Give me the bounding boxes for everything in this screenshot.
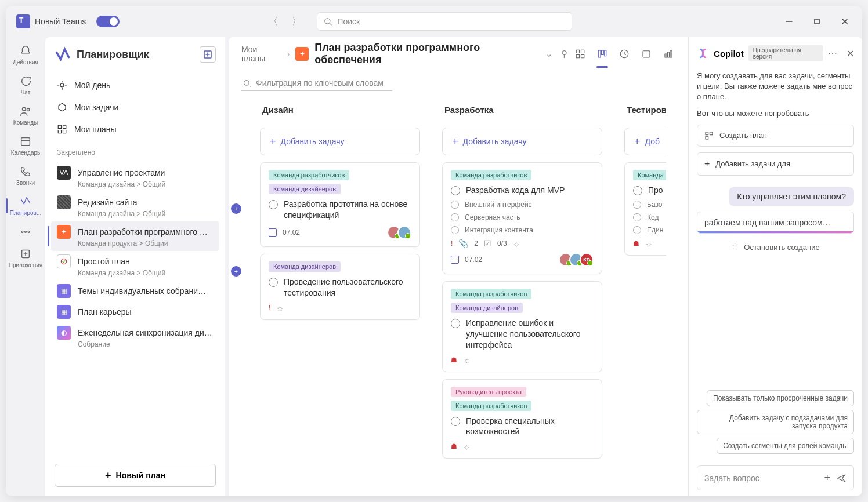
close-icon[interactable]: ✕: [847, 48, 854, 59]
svg-point-19: [60, 83, 64, 87]
svg-rect-27: [63, 130, 66, 133]
svg-rect-25: [63, 125, 66, 128]
calendar-icon: [269, 228, 277, 237]
sun-icon: ☼: [463, 442, 471, 451]
view-charts-icon[interactable]: [661, 47, 675, 61]
column-title[interactable]: Тестирован: [614, 99, 666, 121]
search-input[interactable]: Поиск: [317, 12, 572, 31]
pinned-plan-4[interactable]: ▦Темы индивидуальных собрани…: [51, 281, 219, 301]
nav-back-icon[interactable]: 〈: [265, 13, 282, 30]
copilot-option-create-plan[interactable]: Создать план: [697, 125, 854, 147]
pinned-plan-5[interactable]: ▦План карьеры: [51, 301, 219, 322]
rail-more[interactable]: [8, 221, 43, 242]
task-checkbox[interactable]: [633, 186, 642, 195]
suggestion-chip[interactable]: Добавить задачу с подзадачами для запуск…: [697, 410, 854, 434]
svg-rect-45: [710, 132, 713, 135]
task-checkbox[interactable]: [269, 278, 278, 287]
rail-apps[interactable]: Приложения: [8, 243, 43, 272]
svg-point-10: [21, 231, 23, 233]
subtask-checkbox[interactable]: [451, 201, 459, 209]
pin-icon[interactable]: ⚲: [561, 49, 567, 59]
view-board-icon[interactable]: [595, 47, 609, 61]
rail-calendar[interactable]: Календарь: [8, 131, 43, 160]
breadcrumb: Мои планы › ✦ План разработки программно…: [229, 37, 688, 71]
task-card[interactable]: Команда дизайнеров Проведение пользовате…: [260, 254, 420, 320]
pinned-plan-2[interactable]: ✦План разработки программного …Команда п…: [51, 221, 219, 251]
breadcrumb-root[interactable]: Мои планы: [241, 45, 281, 63]
nav-forward-icon[interactable]: 〉: [288, 13, 305, 30]
new-plan-button[interactable]: +Новый план: [55, 464, 216, 487]
avatar[interactable]: [397, 225, 411, 239]
rail-activity[interactable]: Действия: [8, 41, 43, 70]
task-card[interactable]: Команда разработчиковКоманда дизайнеров …: [442, 281, 602, 372]
subtask-checkbox[interactable]: [633, 201, 641, 209]
search-icon: [243, 79, 251, 88]
copilot-working: работаем над вашим запросом…: [697, 212, 854, 234]
urgent-icon: !: [451, 239, 453, 248]
plan-icon: VA: [57, 166, 71, 180]
column-testing: Тестирован +Доб Команда Про Базо Код Еди…: [614, 99, 666, 490]
add-card-badge-icon[interactable]: +: [231, 203, 241, 214]
subtask-checkbox[interactable]: [451, 213, 459, 221]
svg-rect-8: [21, 138, 30, 146]
svg-rect-39: [665, 54, 667, 57]
task-card[interactable]: Руководитель проектаКоманда разработчико…: [442, 379, 602, 459]
chevron-down-icon[interactable]: ⌄: [545, 49, 553, 59]
plan-icon: ✦: [295, 47, 309, 61]
plan-icon: ✦: [57, 225, 71, 239]
sidebar-new-button[interactable]: [200, 46, 216, 63]
column-title[interactable]: Дизайн: [249, 99, 424, 121]
copilot-option-add-tasks[interactable]: +Добавить задачи для: [697, 152, 854, 176]
task-checkbox[interactable]: [451, 186, 460, 195]
add-card-badge-icon[interactable]: +: [231, 266, 241, 277]
sidebar-my-plans[interactable]: Мои планы: [51, 118, 219, 140]
rail-calls[interactable]: Звонки: [8, 161, 43, 190]
plus-icon[interactable]: +: [824, 472, 830, 484]
task-checkbox[interactable]: [451, 417, 460, 426]
subtask-checkbox[interactable]: [451, 226, 459, 234]
view-grid-icon[interactable]: [573, 47, 587, 61]
svg-point-28: [61, 259, 66, 264]
task-card[interactable]: Команда разработчиков Разработка кода дл…: [442, 162, 602, 274]
svg-rect-26: [58, 130, 61, 133]
window-maximize-icon[interactable]: [804, 13, 830, 30]
add-task-button[interactable]: +Добавить задачу: [442, 128, 602, 155]
task-checkbox[interactable]: [269, 200, 278, 209]
filter-input[interactable]: Фильтрация по ключевым словам: [241, 75, 392, 91]
add-task-button[interactable]: +Добавить задачу: [260, 128, 420, 155]
window-close-icon[interactable]: [832, 13, 858, 30]
brand: Новый Teams: [16, 14, 120, 28]
pinned-plan-6[interactable]: ◐Еженедельная синхронизация ди…Собрание: [51, 322, 219, 352]
flag-icon: ☗: [451, 356, 457, 364]
rail-chat[interactable]: Чат: [8, 71, 43, 100]
avatar[interactable]: КР: [580, 253, 594, 267]
view-schedule-icon[interactable]: [639, 47, 653, 61]
stop-generation-button[interactable]: Остановить создание: [697, 239, 854, 255]
sidebar-my-day[interactable]: Мой день: [51, 74, 219, 96]
copilot-input[interactable]: Задать вопрос +: [697, 465, 854, 490]
sidebar-my-tasks[interactable]: Мои задачи: [51, 96, 219, 118]
pinned-plan-3[interactable]: Простой планКоманда дизайна > Общий: [51, 251, 219, 281]
rail-planner[interactable]: Планиров...: [8, 191, 43, 220]
new-teams-toggle[interactable]: [96, 16, 120, 27]
task-card[interactable]: Команда разработчиковКоманда дизайнеров …: [260, 162, 420, 247]
task-card[interactable]: Команда Про Базо Код Един ☗☼: [624, 162, 666, 256]
pinned-plan-1[interactable]: Редизайн сайтаКоманда дизайна > Общий: [51, 192, 219, 221]
more-icon[interactable]: ⋯: [828, 48, 837, 59]
column-title[interactable]: Разработка: [432, 99, 606, 121]
window-minimize-icon[interactable]: [776, 13, 802, 30]
subtask-checkbox[interactable]: [633, 226, 641, 234]
rail-teams[interactable]: Команды: [8, 101, 43, 130]
pinned-plan-0[interactable]: VAУправление проектамиКоманда дизайна > …: [51, 162, 219, 192]
suggestion-chip[interactable]: Показывать только просроченные задачи: [707, 390, 854, 406]
sun-icon: ☼: [276, 303, 284, 312]
task-checkbox[interactable]: [451, 319, 460, 328]
view-timeline-icon[interactable]: [617, 47, 631, 61]
suggestion-chip[interactable]: Создать сегменты для ролей команды: [717, 438, 854, 454]
copilot-badge: Предварительная версия: [748, 45, 823, 61]
send-icon[interactable]: [836, 473, 847, 483]
subtask-checkbox[interactable]: [633, 213, 641, 221]
svg-point-7: [27, 108, 30, 111]
add-task-button[interactable]: +Доб: [624, 128, 666, 155]
svg-rect-29: [576, 50, 579, 53]
